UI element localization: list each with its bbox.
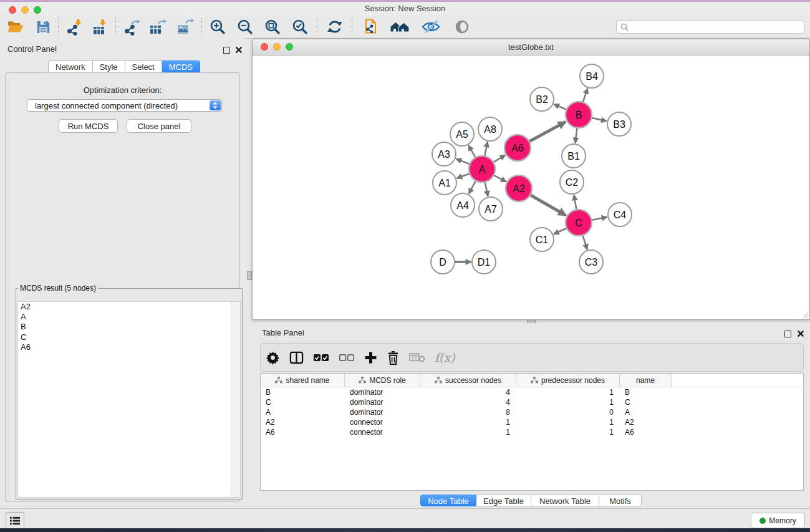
table-cell[interactable]: C [620, 397, 672, 407]
export-network-icon[interactable] [122, 18, 141, 36]
table-cell[interactable]: A2 [620, 417, 672, 427]
function-builder-icon[interactable]: f(x) [435, 351, 455, 364]
split-panel-icon[interactable] [289, 351, 304, 365]
graph-node-B4[interactable]: B4 [580, 64, 604, 88]
result-scrollbar[interactable] [231, 302, 240, 497]
save-session-icon[interactable] [34, 18, 52, 36]
tab-mcds[interactable]: MCDS [162, 60, 200, 74]
optimization-criterion-select[interactable]: largest connected component (directed) [27, 99, 222, 112]
table-cell[interactable]: 1 [516, 387, 620, 397]
table-cell[interactable]: 0 [516, 407, 620, 417]
import-network-icon[interactable] [65, 18, 84, 36]
export-image-icon[interactable] [176, 18, 196, 36]
tab-network[interactable]: Network [48, 60, 93, 74]
zoom-selected-icon[interactable] [291, 18, 309, 36]
open-session-icon[interactable] [6, 18, 25, 36]
copy-network-icon[interactable] [360, 18, 379, 36]
status-list-button[interactable] [6, 512, 24, 530]
table-cell[interactable]: connector [345, 427, 420, 437]
mcds-result-item[interactable]: C [18, 332, 240, 342]
tab-network-table[interactable]: Network Table [531, 495, 599, 506]
table-cell[interactable]: 1 [420, 427, 516, 437]
column-header-name[interactable]: name [620, 374, 672, 387]
hide-selected-icon[interactable] [420, 18, 441, 36]
mcds-result-item[interactable]: A2 [18, 302, 240, 312]
mcds-result-item[interactable]: A [18, 312, 240, 322]
table-row[interactable]: A6connector11A6 [261, 427, 803, 437]
graph-node-A3[interactable]: A3 [432, 142, 456, 166]
graph-node-A1[interactable]: A1 [433, 171, 456, 195]
tab-motifs[interactable]: Motifs [599, 495, 642, 506]
table-float-icon[interactable] [784, 331, 791, 337]
tab-select[interactable]: Select [125, 60, 162, 74]
delete-table-icon[interactable] [409, 352, 425, 363]
graph-node-C[interactable]: C [566, 210, 592, 236]
tab-edge-table[interactable]: Edge Table [476, 495, 531, 506]
table-row[interactable]: Cdominator41C [261, 397, 803, 407]
graph-node-A6[interactable]: A6 [504, 135, 531, 161]
zoom-out-icon[interactable] [236, 18, 254, 36]
zoom-fit-icon[interactable] [263, 18, 282, 36]
search-input[interactable] [629, 22, 804, 32]
table-row[interactable]: Adominator80A [261, 407, 803, 417]
column-header-MCDS-role[interactable]: MCDS role [345, 374, 420, 387]
memory-button[interactable]: Memory [751, 513, 805, 528]
minimize-window-button[interactable] [21, 6, 29, 14]
column-header-successor-nodes[interactable]: successor nodes [420, 374, 516, 387]
graph-node-D[interactable]: D [431, 250, 455, 274]
table-cell[interactable]: 1 [516, 417, 620, 427]
mcds-result-item[interactable]: B [18, 322, 240, 332]
network-zoom-button[interactable] [286, 43, 293, 51]
graph-node-A5[interactable]: A5 [450, 122, 474, 146]
refresh-layout-icon[interactable] [325, 18, 344, 36]
graph-node-A2[interactable]: A2 [506, 175, 532, 201]
table-cell[interactable]: 1 [420, 417, 516, 427]
table-cell[interactable]: 8 [420, 407, 516, 417]
table-cell[interactable]: B [620, 387, 672, 397]
close-window-button[interactable] [9, 6, 16, 14]
table-settings-gear-icon[interactable] [266, 351, 280, 365]
table-row[interactable]: Bdominator41B [261, 387, 803, 397]
table-row[interactable]: A2connector11A2 [261, 417, 803, 427]
column-header-predecessor-nodes[interactable]: predecessor nodes [516, 374, 620, 387]
graph-node-A8[interactable]: A8 [478, 117, 502, 141]
export-table-icon[interactable] [148, 18, 168, 36]
table-cell[interactable]: dominator [345, 407, 420, 417]
network-minimize-button[interactable] [273, 43, 281, 51]
network-close-button[interactable] [261, 43, 268, 51]
graph-node-A4[interactable]: A4 [451, 193, 475, 217]
column-header-shared-name[interactable]: shared name [261, 374, 345, 387]
network-window-titlebar[interactable]: testGlobe.txt [253, 39, 809, 56]
network-canvas[interactable]: B4B2BB3A5A8A6A3B1AC2A1A2A4A7C4CC1C3DD1 [253, 56, 809, 319]
tab-style[interactable]: Style [93, 60, 125, 74]
graph-node-C2[interactable]: C2 [560, 170, 584, 194]
show-all-icon[interactable] [451, 18, 473, 36]
graph-node-A[interactable]: A [469, 156, 495, 182]
table-cell[interactable]: A [261, 407, 345, 417]
table-cell[interactable]: C [261, 397, 345, 407]
graph-node-B1[interactable]: B1 [562, 144, 586, 168]
graph-node-C1[interactable]: C1 [530, 228, 554, 251]
table-cell[interactable]: 4 [420, 387, 516, 397]
mcds-result-item[interactable]: A6 [18, 342, 240, 352]
graph-node-B3[interactable]: B3 [607, 112, 631, 136]
home-layout-icon[interactable] [389, 18, 410, 36]
import-table-icon[interactable] [91, 18, 110, 36]
graph-node-B2[interactable]: B2 [530, 87, 554, 111]
vertical-splitter-handle[interactable] [247, 271, 252, 280]
tab-node-table[interactable]: Node Table [420, 495, 476, 506]
table-cell[interactable]: A [620, 407, 672, 417]
graph-node-C4[interactable]: C4 [608, 203, 632, 226]
add-column-icon[interactable] [364, 351, 377, 364]
table-cell[interactable]: A6 [261, 427, 345, 437]
search-field[interactable] [616, 20, 804, 34]
table-cell[interactable]: 1 [516, 397, 620, 407]
table-cell[interactable]: dominator [345, 387, 420, 397]
select-all-columns-icon[interactable] [313, 353, 329, 362]
table-cell[interactable]: 4 [420, 397, 516, 407]
close-panel-icon[interactable] [236, 47, 242, 53]
unselect-all-columns-icon[interactable] [339, 353, 355, 362]
close-panel-button[interactable]: Close panel [127, 119, 191, 133]
table-cell[interactable]: A2 [261, 417, 345, 427]
zoom-in-icon[interactable] [208, 18, 227, 36]
